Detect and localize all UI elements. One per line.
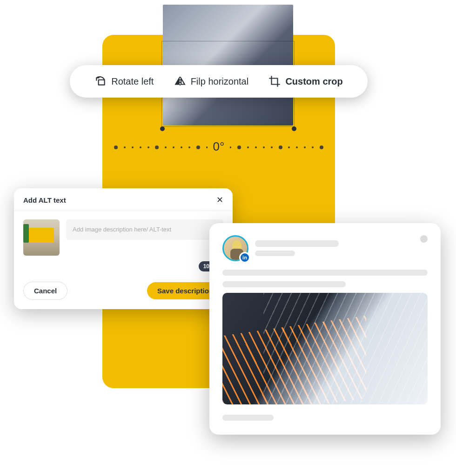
alt-text-input[interactable]: Add image description here/ ALT-text (66, 219, 223, 240)
alt-text-placeholder: Add image description here/ ALT-text (73, 226, 171, 233)
post-text-skeleton (222, 270, 428, 276)
custom-crop-button[interactable]: Custom crop (268, 75, 342, 87)
post-menu-button[interactable] (420, 235, 428, 243)
linkedin-badge-icon: in (239, 252, 250, 263)
image-toolbar: Rotate left Filp horizontal Custom crop (70, 65, 368, 98)
post-image[interactable] (222, 293, 428, 404)
post-preview-card: in (209, 223, 441, 435)
author-name-skeleton (255, 240, 339, 247)
post-text-skeleton (222, 281, 346, 287)
avatar[interactable]: in (222, 235, 248, 261)
flip-horizontal-icon (174, 75, 186, 87)
post-footer-skeleton (222, 415, 274, 421)
alt-thumbnail (23, 219, 60, 256)
custom-crop-label: Custom crop (285, 76, 342, 87)
rotate-left-icon (94, 75, 107, 87)
rotation-degree-value: 0° (208, 139, 230, 154)
crop-handle-bottom-right[interactable] (292, 126, 296, 131)
alt-modal-title: Add ALT text (23, 196, 66, 204)
rotate-left-label: Rotate left (111, 76, 154, 87)
flip-horizontal-label: Filp horizontal (191, 76, 249, 87)
rotation-ruler[interactable]: 0° (114, 139, 323, 154)
alt-text-modal: Add ALT text ✕ Add image description her… (14, 188, 233, 309)
crop-icon (268, 75, 281, 87)
post-meta-skeleton (255, 251, 295, 256)
rotate-left-button[interactable]: Rotate left (94, 75, 154, 87)
cancel-button[interactable]: Cancel (23, 282, 67, 300)
flip-horizontal-button[interactable]: Filp horizontal (174, 75, 249, 87)
crop-handle-bottom-left[interactable] (160, 126, 165, 131)
close-icon[interactable]: ✕ (216, 196, 223, 204)
